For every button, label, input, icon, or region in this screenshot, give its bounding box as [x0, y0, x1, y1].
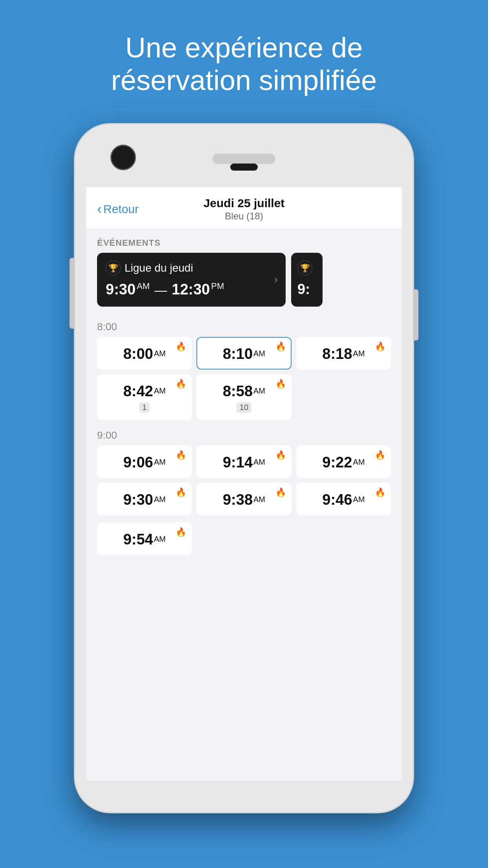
slot-954[interactable]: 🔥 9:54AM: [97, 522, 192, 555]
slots-grid-9: 🔥 9:06AM 🔥 9:14AM 🔥 9:22AM 🔥 9:30AM 🔥: [86, 445, 402, 518]
event-start-time: 9:30AM: [106, 281, 150, 298]
slot-922[interactable]: 🔥 9:22AM: [296, 445, 391, 478]
chevron-left-icon: ‹: [97, 202, 102, 216]
page-title: Une expérience de réservation simplifiée: [80, 31, 408, 97]
header-title: Jeudi 25 juillet Bleu (18): [204, 197, 285, 222]
slot-842[interactable]: 🔥 8:42AM 1: [97, 374, 192, 420]
home-sensor: [230, 164, 258, 171]
phone-shell: ‹ Retour Jeudi 25 juillet Bleu (18) ÉVÉN…: [75, 124, 413, 812]
event-dash: —: [154, 283, 167, 298]
header-date: Jeudi 25 juillet: [204, 197, 285, 210]
slot-badge: 1: [139, 402, 150, 413]
partial-event-time: 9:: [297, 281, 316, 298]
time-group-label-8: 8:00: [86, 314, 402, 337]
flame-icon: 🔥: [275, 450, 286, 460]
slot-818[interactable]: 🔥 8:18AM: [296, 337, 391, 370]
flame-icon: 🔥: [176, 379, 186, 389]
slot-930[interactable]: 🔥 9:30AM: [97, 483, 192, 515]
header-subtitle: Bleu (18): [204, 211, 285, 222]
flame-icon: 🔥: [375, 342, 385, 352]
events-scroll: 🏆 Ligue du jeudi 9:30AM — 12:30PM ›: [86, 253, 402, 314]
back-button[interactable]: ‹ Retour: [97, 202, 139, 216]
event-card-partial[interactable]: 🏆 9:: [291, 253, 323, 307]
flame-icon: 🔥: [176, 450, 186, 460]
event-name: Ligue du jeudi: [125, 262, 193, 274]
trophy-icon: 🏆: [106, 261, 121, 276]
flame-icon: 🔥: [176, 487, 186, 498]
slot-810[interactable]: 🔥 8:10AM: [196, 337, 291, 370]
slot-800[interactable]: 🔥 8:00AM: [97, 337, 192, 370]
speaker: [213, 154, 275, 164]
event-end-time: 12:30PM: [172, 281, 224, 298]
slot-badge: 10: [237, 402, 251, 413]
flame-icon: 🔥: [375, 487, 385, 498]
trophy-icon-partial: 🏆: [297, 261, 312, 276]
flame-icon: 🔥: [275, 342, 286, 352]
flame-icon: 🔥: [176, 342, 186, 352]
event-time-row: 9:30AM — 12:30PM: [106, 281, 277, 298]
slot-946[interactable]: 🔥 9:46AM: [296, 483, 391, 515]
phone-device: ‹ Retour Jeudi 25 juillet Bleu (18) ÉVÉN…: [75, 124, 413, 812]
event-trophy-row: 🏆 Ligue du jeudi: [106, 261, 277, 276]
flame-icon: 🔥: [176, 527, 186, 537]
slot-914[interactable]: 🔥 9:14AM: [196, 445, 291, 478]
flame-icon: 🔥: [275, 379, 286, 389]
flame-icon: 🔥: [375, 450, 385, 460]
event-card[interactable]: 🏆 Ligue du jeudi 9:30AM — 12:30PM ›: [97, 253, 286, 307]
time-group-label-9: 9:00: [86, 422, 402, 445]
events-section-label: ÉVÉNEMENTS: [86, 229, 402, 253]
slots-grid-954: 🔥 9:54AM: [86, 522, 402, 557]
camera: [110, 145, 136, 170]
slot-906[interactable]: 🔥 9:06AM: [97, 445, 192, 478]
slot-858[interactable]: 🔥 8:58AM 10: [196, 374, 291, 420]
phone-screen: ‹ Retour Jeudi 25 juillet Bleu (18) ÉVÉN…: [86, 187, 402, 781]
flame-icon: 🔥: [275, 487, 286, 498]
app-header: ‹ Retour Jeudi 25 juillet Bleu (18): [86, 187, 402, 229]
slot-938[interactable]: 🔥 9:38AM: [196, 483, 291, 515]
chevron-right-icon: ›: [274, 273, 278, 286]
slots-grid-8: 🔥 8:00AM 🔥 8:10AM 🔥 8:18AM 🔥 8:42AM: [86, 337, 402, 422]
